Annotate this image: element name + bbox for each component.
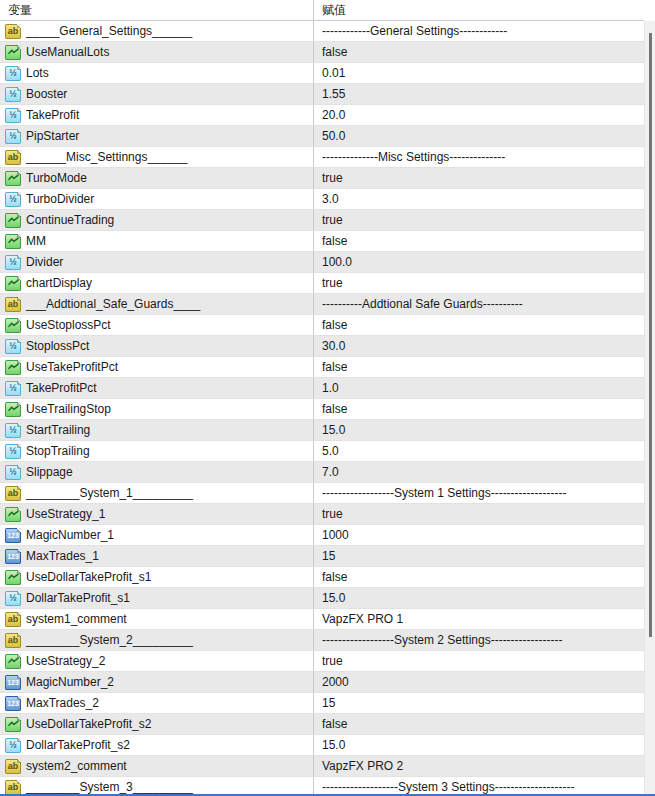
table-row[interactable]: ½ StoplossPct 30.0: [0, 336, 644, 357]
table-row[interactable]: UseStoplossPct false: [0, 315, 644, 336]
value-cell[interactable]: true: [314, 168, 644, 188]
value-cell[interactable]: 50.0: [314, 126, 644, 146]
table-row[interactable]: ab ______Misc_Settinngs______ ----------…: [0, 147, 644, 168]
variable-value: -------------------System 3 Settings----…: [322, 780, 575, 794]
value-cell[interactable]: false: [314, 399, 644, 419]
variable-name: UseStoplossPct: [26, 318, 111, 332]
value-cell[interactable]: 5.0: [314, 441, 644, 461]
table-row[interactable]: UseStrategy_2 true: [0, 651, 644, 672]
value-cell[interactable]: 7.0: [314, 462, 644, 482]
value-cell[interactable]: 15.0: [314, 735, 644, 755]
value-cell[interactable]: false: [314, 42, 644, 62]
table-row[interactable]: ½ StartTrailing 15.0: [0, 420, 644, 441]
table-row[interactable]: 123 MaxTrades_2 15: [0, 693, 644, 714]
value-cell[interactable]: -------------------System 3 Settings----…: [314, 777, 644, 796]
table-row[interactable]: ab system2_comment VapzFX PRO 2: [0, 756, 644, 777]
table-row[interactable]: ab system1_comment VapzFX PRO 1: [0, 609, 644, 630]
variable-cell: 123 MaxTrades_2: [0, 693, 314, 713]
value-cell[interactable]: false: [314, 567, 644, 587]
table-row[interactable]: ½ Slippage 7.0: [0, 462, 644, 483]
variable-name: TurboMode: [26, 171, 87, 185]
table-row[interactable]: MM false: [0, 231, 644, 252]
value-cell[interactable]: VapzFX PRO 1: [314, 609, 644, 629]
table-row[interactable]: ½ StopTrailing 5.0: [0, 441, 644, 462]
value-cell[interactable]: ------------------System 1 Settings-----…: [314, 483, 644, 503]
table-row[interactable]: TurboMode true: [0, 168, 644, 189]
variable-value: false: [322, 234, 347, 248]
value-cell[interactable]: 30.0: [314, 336, 644, 356]
table-row[interactable]: UseTrailingStop false: [0, 399, 644, 420]
table-row[interactable]: UseTakeProfitPct false: [0, 357, 644, 378]
variable-name: DollarTakeProfit_s2: [26, 738, 130, 752]
table-row[interactable]: ½ TurboDivider 3.0: [0, 189, 644, 210]
value-cell[interactable]: 15.0: [314, 420, 644, 440]
bool-icon: [5, 570, 21, 585]
bool-icon: [5, 45, 21, 60]
value-cell[interactable]: false: [314, 231, 644, 251]
string-icon: ab: [5, 612, 21, 627]
value-cell[interactable]: ------------------System 2 Settings-----…: [314, 630, 644, 650]
variable-cell: 123 MagicNumber_2: [0, 672, 314, 692]
table-row[interactable]: ½ Booster 1.55: [0, 84, 644, 105]
bool-icon: [5, 654, 21, 669]
table-row[interactable]: 123 MaxTrades_1 15: [0, 546, 644, 567]
column-header-variable[interactable]: 变量: [0, 0, 314, 20]
table-row[interactable]: ½ Lots 0.01: [0, 63, 644, 84]
variable-value: true: [322, 507, 343, 521]
variable-name: ContinueTrading: [26, 213, 114, 227]
table-row[interactable]: ContinueTrading true: [0, 210, 644, 231]
value-cell[interactable]: true: [314, 273, 644, 293]
value-cell[interactable]: 1.0: [314, 378, 644, 398]
table-row[interactable]: ab ________System_1_________ -----------…: [0, 483, 644, 504]
value-cell[interactable]: true: [314, 504, 644, 524]
table-row[interactable]: chartDisplay true: [0, 273, 644, 294]
value-cell[interactable]: 100.0: [314, 252, 644, 272]
table-row[interactable]: ab ________System_2_________ -----------…: [0, 630, 644, 651]
column-header-value[interactable]: 赋值: [314, 0, 644, 20]
value-cell[interactable]: 1000: [314, 525, 644, 545]
table-row[interactable]: ½ DollarTakeProfit_s2 15.0: [0, 735, 644, 756]
table-row[interactable]: UseDollarTakeProfit_s2 false: [0, 714, 644, 735]
value-cell[interactable]: 3.0: [314, 189, 644, 209]
table-row[interactable]: ½ Divider 100.0: [0, 252, 644, 273]
variable-name: ________System_1_________: [26, 486, 193, 500]
table-row[interactable]: 123 MagicNumber_1 1000: [0, 525, 644, 546]
value-cell[interactable]: false: [314, 357, 644, 377]
double-icon: ½: [5, 738, 21, 753]
value-cell[interactable]: VapzFX PRO 2: [314, 756, 644, 776]
value-cell[interactable]: 2000: [314, 672, 644, 692]
variable-value: 15.0: [322, 738, 345, 752]
variable-value: true: [322, 276, 343, 290]
table-row[interactable]: ab _____General_Settings______ ---------…: [0, 21, 644, 42]
table-row[interactable]: ab ___Addtional_Safe_Guards____ --------…: [0, 294, 644, 315]
value-cell[interactable]: true: [314, 210, 644, 230]
table-row[interactable]: ab ________System_3_________ -----------…: [0, 777, 644, 796]
value-cell[interactable]: false: [314, 315, 644, 335]
variable-value: 15.0: [322, 591, 345, 605]
table-row[interactable]: ½ PipStarter 50.0: [0, 126, 644, 147]
table-row[interactable]: UseManualLots false: [0, 42, 644, 63]
value-cell[interactable]: --------------Misc Settings-------------…: [314, 147, 644, 167]
value-cell[interactable]: true: [314, 651, 644, 671]
table-row[interactable]: ½ DollarTakeProfit_s1 15.0: [0, 588, 644, 609]
table-row[interactable]: UseStrategy_1 true: [0, 504, 644, 525]
value-cell[interactable]: 20.0: [314, 105, 644, 125]
value-cell[interactable]: false: [314, 714, 644, 734]
value-cell[interactable]: 1.55: [314, 84, 644, 104]
variable-value: 3.0: [322, 192, 339, 206]
variable-name: UseDollarTakeProfit_s1: [26, 570, 151, 584]
variable-value: true: [322, 213, 343, 227]
table-row[interactable]: ½ TakeProfit 20.0: [0, 105, 644, 126]
table-row[interactable]: UseDollarTakeProfit_s1 false: [0, 567, 644, 588]
table-row[interactable]: ½ TakeProfitPct 1.0: [0, 378, 644, 399]
value-cell[interactable]: 15.0: [314, 588, 644, 608]
value-cell[interactable]: 0.01: [314, 63, 644, 83]
value-cell[interactable]: ----------Addtional Safe Guards---------…: [314, 294, 644, 314]
variable-name: Divider: [26, 255, 63, 269]
value-cell[interactable]: ------------General Settings------------: [314, 21, 644, 41]
vertical-scrollbar[interactable]: [644, 21, 655, 794]
scrollbar-thumb[interactable]: [649, 33, 652, 637]
value-cell[interactable]: 15: [314, 546, 644, 566]
value-cell[interactable]: 15: [314, 693, 644, 713]
table-row[interactable]: 123 MagicNumber_2 2000: [0, 672, 644, 693]
